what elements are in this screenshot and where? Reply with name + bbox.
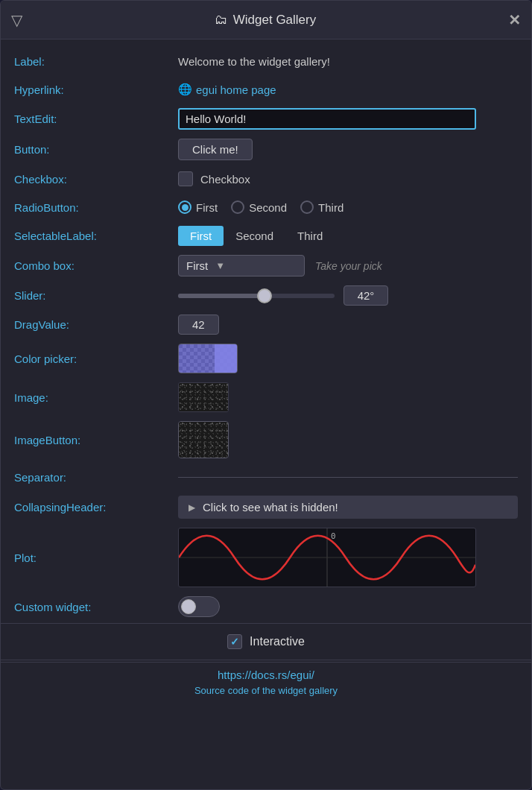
svg-text:0: 0 — [331, 531, 336, 541]
radiobutton-value: First Second Third — [178, 200, 518, 214]
radio-first-inner — [182, 204, 189, 211]
drag-value-input[interactable]: 42 — [178, 315, 219, 335]
custom-widget-row: Custom widget: — [1, 592, 531, 622]
checkbox-box — [178, 171, 193, 186]
toggle-thumb — [181, 599, 196, 614]
interactive-label: Interactive — [250, 635, 305, 648]
combo-key: Combo box: — [14, 259, 178, 272]
selectable-group: First Second Third — [178, 226, 335, 246]
combo-arrow-icon: ▼ — [215, 260, 225, 271]
slider-fill — [178, 294, 265, 298]
textedit-input[interactable] — [178, 108, 476, 130]
collapsing-label: Click to see what is hidden! — [203, 501, 338, 514]
plot-row: Plot: 0 — [1, 523, 531, 592]
radio-third[interactable]: Third — [300, 200, 343, 214]
footer-sub: Source code of the widget gallery — [194, 685, 338, 696]
combo-box-row: Combo box: First ▼ Take your pick — [1, 250, 531, 281]
plot-svg: 0 — [179, 528, 475, 587]
radiobutton-key: RadioButton: — [14, 201, 178, 214]
plot-key: Plot: — [14, 552, 178, 564]
collapsing-value: ▶ Click to see what is hidden! — [178, 496, 518, 519]
label-value: Welcome to the widget gallery! — [178, 55, 518, 68]
interactive-checkbox[interactable]: ✓ — [227, 634, 242, 649]
checkbox-value: Checkbox — [178, 171, 518, 186]
textedit-key: TextEdit: — [14, 113, 178, 125]
radio-third-outer — [300, 200, 314, 214]
image-button-value — [178, 421, 518, 458]
hyperlink-value: 🌐 egui home page — [178, 83, 518, 96]
radio-first[interactable]: First — [178, 200, 218, 214]
color-swatch[interactable] — [178, 344, 238, 373]
plot-display[interactable]: 0 — [178, 528, 476, 587]
radio-first-outer — [178, 200, 191, 214]
interactive-row: ✓ Interactive — [1, 625, 531, 658]
close-button[interactable]: ✕ — [508, 11, 521, 29]
radio-third-label: Third — [318, 201, 343, 214]
menu-button[interactable]: ▽ — [11, 11, 22, 29]
button-key: Button: — [14, 143, 178, 156]
radio-second[interactable]: Second — [231, 200, 287, 214]
button-row: Button: Click me! — [1, 134, 531, 165]
radio-first-label: First — [196, 201, 218, 214]
color-key: Color picker: — [14, 353, 178, 365]
toggle-wrap — [178, 596, 220, 617]
slider-display[interactable]: 42° — [343, 285, 388, 306]
globe-icon: 🌐 — [178, 83, 192, 96]
color-picker-row: Color picker: — [1, 339, 531, 378]
window-title: 🗂 Widget Gallery — [215, 13, 316, 28]
separator-row: Separator: — [1, 463, 531, 491]
image-row: Image: — [1, 378, 531, 417]
slider-key: Slider: — [14, 289, 178, 302]
selectable-key: SelectableLabel: — [14, 230, 178, 242]
slider-thumb[interactable] — [257, 288, 272, 303]
combo-selected-text: First — [186, 259, 208, 272]
plot-value: 0 — [178, 528, 518, 587]
drag-key: DragValue: — [14, 318, 178, 331]
footer-link[interactable]: https://docs.rs/egui/ — [14, 669, 518, 681]
image-button-key: ImageButton: — [14, 434, 178, 446]
image-value — [178, 382, 518, 412]
titlebar: ▽ 🗂 Widget Gallery ✕ — [1, 1, 531, 40]
collapsing-key: CollapsingHeader: — [14, 501, 178, 514]
collapse-arrow-icon: ▶ — [189, 502, 195, 513]
click-me-button[interactable]: Click me! — [178, 139, 253, 160]
color-stripe — [215, 344, 237, 373]
main-content: Label: Welcome to the widget gallery! Hy… — [1, 40, 531, 789]
collapsing-header[interactable]: ▶ Click to see what is hidden! — [178, 496, 518, 519]
button-value: Click me! — [178, 139, 518, 160]
separator-line — [178, 477, 518, 478]
divider-interactive — [1, 623, 531, 624]
slider-row: Slider: 42° — [1, 281, 531, 310]
separator-key: Separator: — [14, 471, 178, 484]
combo-hint: Take your pick — [315, 260, 382, 272]
selectable-first[interactable]: First — [178, 226, 224, 246]
label-key: Label: — [14, 55, 178, 68]
footer: https://docs.rs/egui/ Source code of the… — [1, 662, 531, 709]
checkbox-row: Checkbox: Checkbox — [1, 165, 531, 193]
image-button-row: ImageButton: — [1, 417, 531, 463]
custom-value — [178, 596, 518, 617]
divider-footer — [1, 660, 531, 660]
checkbox-wrap[interactable]: Checkbox — [178, 171, 250, 186]
drag-value-row: DragValue: 42 — [1, 310, 531, 339]
toggle-track[interactable] — [178, 596, 220, 617]
hyperlink-key: Hyperlink: — [14, 83, 178, 96]
hyperlink-link[interactable]: 🌐 egui home page — [178, 83, 276, 96]
image-noise — [179, 383, 228, 411]
selectable-second[interactable]: Second — [224, 226, 285, 246]
textedit-value — [178, 108, 518, 130]
widget-gallery-window: ▽ 🗂 Widget Gallery ✕ Label: Welcome to t… — [0, 0, 532, 790]
checkbox-label: Checkbox — [200, 173, 250, 186]
selectable-third[interactable]: Third — [285, 226, 335, 246]
slider-track[interactable] — [178, 294, 335, 298]
radio-second-outer — [231, 200, 244, 214]
radiobutton-row: RadioButton: First Second — [1, 193, 531, 221]
color-value — [178, 344, 518, 373]
drag-value-wrap: 42 — [178, 315, 518, 335]
window-icon: 🗂 — [215, 13, 227, 28]
separator-value — [178, 477, 518, 478]
image-button-noise — [179, 422, 228, 458]
image-button[interactable] — [178, 421, 229, 458]
image-display — [178, 382, 229, 412]
combo-select[interactable]: First ▼ — [178, 255, 305, 276]
